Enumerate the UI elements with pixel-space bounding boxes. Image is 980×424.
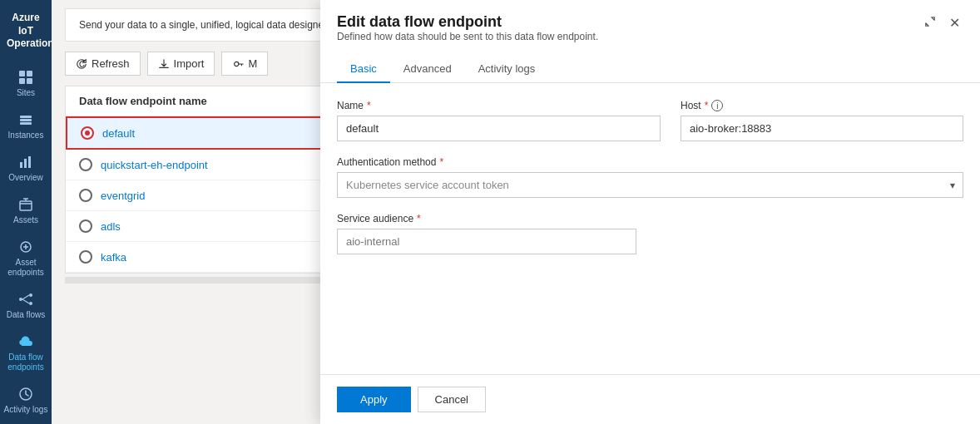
svg-point-13 — [29, 293, 32, 297]
radio-inner — [85, 131, 90, 136]
chart-icon — [17, 154, 34, 170]
import-button[interactable]: Import — [147, 52, 215, 76]
name-label: Name * — [337, 100, 661, 111]
panel-tabs: Basic Advanced Activity logs — [337, 56, 963, 82]
sidebar-item-instances[interactable]: Instances — [0, 105, 52, 147]
svg-point-14 — [29, 302, 32, 305]
cancel-button[interactable]: Cancel — [418, 387, 486, 412]
form-group-auth: Authentication method * Kubernetes servi… — [337, 156, 963, 198]
refresh-button[interactable]: Refresh — [65, 52, 141, 76]
svg-point-16 — [235, 62, 239, 66]
sidebar-label-assets: Assets — [13, 215, 38, 225]
panel-subtitle: Defined how data should be sent to this … — [337, 31, 598, 42]
manage-button[interactable]: M — [221, 52, 268, 76]
expand-icon — [924, 16, 936, 27]
svg-rect-1 — [27, 71, 32, 76]
refresh-icon — [76, 58, 87, 70]
svg-rect-4 — [20, 116, 32, 118]
sidebar-item-activity-logs[interactable]: Activity logs — [0, 379, 52, 422]
panel-title-row: Edit data flow endpoint Defined how data… — [337, 13, 963, 51]
sidebar-label-asset-endpoints: Asset endpoints — [3, 258, 48, 278]
sidebar: Azure IoT Operations Sites Instances Ove… — [0, 0, 52, 424]
expand-button[interactable] — [921, 14, 939, 32]
svg-rect-2 — [19, 78, 25, 84]
import-icon — [158, 58, 170, 70]
tab-activity-logs[interactable]: Activity logs — [465, 56, 549, 83]
svg-rect-8 — [24, 159, 27, 168]
sidebar-label-instances: Instances — [8, 131, 44, 141]
auth-label: Authentication method * — [337, 156, 963, 168]
service-audience-required: * — [417, 213, 421, 224]
svg-rect-0 — [19, 71, 25, 76]
tab-basic[interactable]: Basic — [337, 56, 390, 83]
apply-button[interactable]: Apply — [337, 387, 411, 412]
layers-icon — [17, 111, 34, 128]
row-name-eventgrid: eventgrid — [101, 190, 145, 202]
sidebar-item-asset-endpoints[interactable]: Asset endpoints — [0, 232, 52, 284]
svg-rect-9 — [28, 156, 31, 168]
host-info-icon[interactable]: i — [711, 100, 723, 111]
svg-rect-10 — [20, 201, 32, 210]
share-icon — [17, 291, 34, 308]
host-input[interactable] — [681, 116, 963, 141]
form-group-name: Name * — [337, 100, 661, 141]
panel-icon-buttons: ✕ — [921, 13, 963, 32]
sidebar-label-data-flows: Data flows — [7, 310, 46, 320]
panel-title-area: Edit data flow endpoint Defined how data… — [337, 13, 598, 51]
svg-rect-6 — [20, 122, 32, 125]
sidebar-item-data-flow-endpoints[interactable]: Data flow endpoints — [0, 327, 52, 379]
import-label: Import — [174, 57, 205, 70]
radio-kafka[interactable] — [79, 250, 92, 264]
clock-icon — [17, 386, 34, 402]
close-button[interactable]: ✕ — [946, 13, 963, 32]
row-name-quickstart: quickstart-eh-endpoint — [101, 159, 208, 171]
host-label: Host * i — [681, 100, 963, 111]
panel-footer: Apply Cancel — [320, 374, 980, 424]
sidebar-item-overview[interactable]: Overview — [0, 147, 52, 190]
refresh-label: Refresh — [92, 57, 130, 70]
sidebar-item-data-flows[interactable]: Data flows — [0, 284, 52, 327]
auth-required: * — [439, 156, 443, 168]
name-input[interactable] — [337, 116, 661, 141]
sidebar-label-sites: Sites — [17, 88, 35, 98]
service-audience-label: Service audience * — [337, 213, 636, 224]
radio-eventgrid[interactable] — [79, 189, 92, 202]
cloud-icon — [17, 333, 34, 350]
panel-title: Edit data flow endpoint — [337, 13, 598, 31]
sidebar-label-overview: Overview — [8, 173, 43, 183]
row-name-default: default — [102, 127, 135, 140]
auth-select[interactable]: Kubernetes service account token Service… — [337, 172, 963, 198]
panel-header: Edit data flow endpoint Defined how data… — [320, 0, 980, 83]
radio-adls[interactable] — [79, 219, 92, 233]
sidebar-item-sites[interactable]: Sites — [0, 62, 52, 105]
host-required: * — [705, 100, 709, 111]
radio-quickstart[interactable] — [79, 158, 92, 171]
edit-panel: Edit data flow endpoint Defined how data… — [320, 0, 980, 424]
row-name-adls: adls — [101, 220, 121, 233]
sidebar-label-data-flow-endpoints: Data flow endpoints — [3, 353, 48, 372]
grid-icon — [17, 69, 34, 86]
app-title: Azure IoT Operations — [0, 0, 52, 62]
sidebar-label-activity-logs: Activity logs — [4, 405, 48, 415]
name-required: * — [367, 100, 371, 111]
svg-rect-3 — [27, 78, 32, 84]
tab-advanced[interactable]: Advanced — [390, 56, 465, 83]
panel-body: Name * Host * i Authentication method * — [320, 83, 980, 374]
svg-point-12 — [19, 298, 22, 301]
sidebar-item-assets[interactable]: Assets — [0, 190, 52, 232]
form-row-name-host: Name * Host * i — [337, 100, 963, 141]
auth-select-wrapper: Kubernetes service account token Service… — [337, 172, 963, 198]
key-icon — [232, 58, 244, 70]
form-group-host: Host * i — [681, 100, 963, 141]
box-icon — [17, 196, 34, 213]
svg-rect-5 — [20, 119, 32, 121]
service-audience-input[interactable] — [337, 229, 636, 254]
row-name-kafka: kafka — [101, 251, 126, 264]
plug-icon — [17, 239, 34, 255]
manage-label: M — [248, 57, 257, 70]
svg-rect-7 — [20, 162, 22, 168]
radio-default[interactable] — [81, 126, 94, 140]
form-group-service-audience: Service audience * — [337, 213, 636, 254]
